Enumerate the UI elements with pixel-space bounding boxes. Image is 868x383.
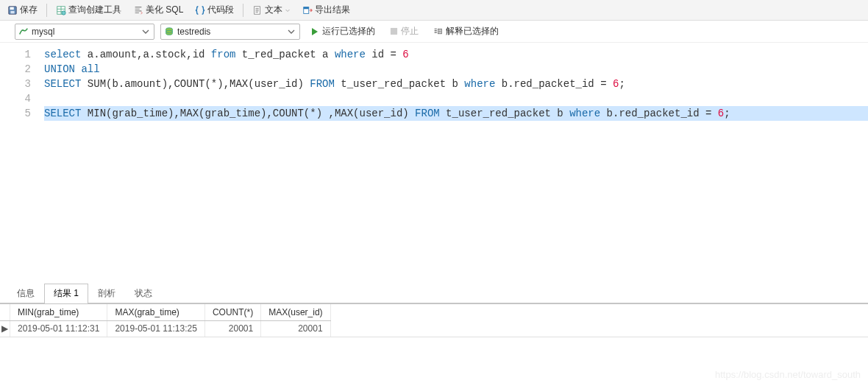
cell[interactable]: 2019-05-01 11:13:25 xyxy=(107,320,204,337)
row-marker-header xyxy=(0,304,10,320)
result-table[interactable]: MIN(grab_time)MAX(grab_time)COUNT(*)MAX(… xyxy=(0,304,868,337)
chevron-down-icon xyxy=(140,28,151,35)
line-number: 5 xyxy=(0,106,44,121)
text-label: 文本 xyxy=(265,4,282,16)
column-header[interactable]: MAX(grab_time) xyxy=(107,304,204,320)
column-header[interactable]: COUNT(*) xyxy=(204,304,260,320)
save-label: 保存 xyxy=(20,4,38,16)
line-number: 2 xyxy=(0,62,44,77)
main-toolbar: 保存 查询创建工具 美化 SQL 代码段 文本 导出结果 xyxy=(0,0,868,21)
svg-rect-8 xyxy=(255,6,260,14)
database-icon xyxy=(164,27,174,37)
code-content[interactable]: SELECT MIN(grab_time),MAX(grab_time),COU… xyxy=(44,106,868,121)
snippet-button[interactable]: 代码段 xyxy=(191,2,238,18)
export-icon xyxy=(302,5,313,15)
explain-icon xyxy=(433,27,443,36)
connection-dropdown[interactable]: mysql xyxy=(15,24,154,40)
table-icon xyxy=(56,5,66,15)
table-row[interactable]: ▶2019-05-01 11:12:312019-05-01 11:13:252… xyxy=(0,320,330,337)
beautify-button[interactable]: 美化 SQL xyxy=(129,2,188,18)
document-icon xyxy=(252,5,263,15)
database-dropdown[interactable]: testredis xyxy=(160,24,300,40)
query-builder-label: 查询创建工具 xyxy=(68,4,121,16)
tab-status[interactable]: 状态 xyxy=(125,284,162,303)
sql-editor[interactable]: 1select a.amount,a.stock,id from t_red_p… xyxy=(0,43,868,283)
database-label: testredis xyxy=(174,27,286,37)
explain-button[interactable]: 解释已选择的 xyxy=(429,25,503,38)
cell[interactable]: 2019-05-01 11:12:31 xyxy=(10,320,107,337)
code-line[interactable]: 3SELECT SUM(b.amount),COUNT(*),MAX(user_… xyxy=(0,77,868,91)
chevron-down-icon xyxy=(285,5,291,15)
beautify-icon xyxy=(133,5,143,15)
column-header[interactable]: MAX(user_id) xyxy=(261,304,330,320)
code-line[interactable]: 1select a.amount,a.stock,id from t_red_p… xyxy=(0,47,868,62)
save-icon xyxy=(7,5,18,15)
run-selected-button[interactable]: 运行已选择的 xyxy=(306,25,380,38)
cell[interactable]: 20001 xyxy=(204,320,260,337)
row-marker: ▶ xyxy=(0,320,10,337)
svg-rect-10 xyxy=(304,7,309,9)
code-line[interactable]: 5SELECT MIN(grab_time),MAX(grab_time),CO… xyxy=(0,106,868,121)
braces-icon xyxy=(195,5,205,15)
code-line[interactable]: 2UNION all xyxy=(0,62,868,77)
svg-rect-1 xyxy=(10,7,14,10)
svg-point-7 xyxy=(62,10,65,14)
separator xyxy=(46,4,47,17)
export-label: 导出结果 xyxy=(315,4,350,16)
code-content[interactable]: SELECT SUM(b.amount),COUNT(*),MAX(user_i… xyxy=(44,77,868,91)
line-number: 3 xyxy=(0,77,44,91)
text-button[interactable]: 文本 xyxy=(248,2,295,18)
svg-rect-2 xyxy=(10,10,14,13)
export-button[interactable]: 导出结果 xyxy=(298,2,355,18)
run-label: 运行已选择的 xyxy=(322,25,375,38)
column-header[interactable]: MIN(grab_time) xyxy=(10,304,107,320)
query-builder-button[interactable]: 查询创建工具 xyxy=(51,2,126,18)
line-number: 4 xyxy=(0,91,44,106)
code-content[interactable]: select a.amount,a.stock,id from t_red_pa… xyxy=(44,47,868,62)
chevron-down-icon xyxy=(286,28,296,35)
play-icon xyxy=(310,27,319,36)
connection-row: mysql testredis 运行已选择的 停止 解释已选择的 xyxy=(0,21,868,43)
beautify-label: 美化 SQL xyxy=(146,4,183,16)
stop-button: 停止 xyxy=(385,25,423,38)
svg-rect-13 xyxy=(391,28,397,35)
stop-icon xyxy=(390,27,398,35)
tab-result[interactable]: 结果 1 xyxy=(44,284,88,303)
save-button[interactable]: 保存 xyxy=(3,2,42,18)
line-number: 1 xyxy=(0,47,44,62)
tab-info[interactable]: 信息 xyxy=(7,284,44,303)
connection-label: mysql xyxy=(29,27,140,37)
cell[interactable]: 20001 xyxy=(261,320,330,337)
mysql-icon xyxy=(18,27,29,37)
result-area: MIN(grab_time)MAX(grab_time)COUNT(*)MAX(… xyxy=(0,303,868,337)
stop-label: 停止 xyxy=(401,25,419,38)
code-content[interactable] xyxy=(44,91,868,106)
snippet-label: 代码段 xyxy=(207,4,234,16)
code-content[interactable]: UNION all xyxy=(44,62,868,77)
result-tabs: 信息 结果 1 剖析 状态 xyxy=(0,283,868,303)
watermark: https://blog.csdn.net/toward_south xyxy=(715,369,861,380)
explain-label: 解释已选择的 xyxy=(446,25,499,38)
tab-profile[interactable]: 剖析 xyxy=(88,284,125,303)
separator xyxy=(243,4,243,17)
code-line[interactable]: 4 xyxy=(0,91,868,106)
